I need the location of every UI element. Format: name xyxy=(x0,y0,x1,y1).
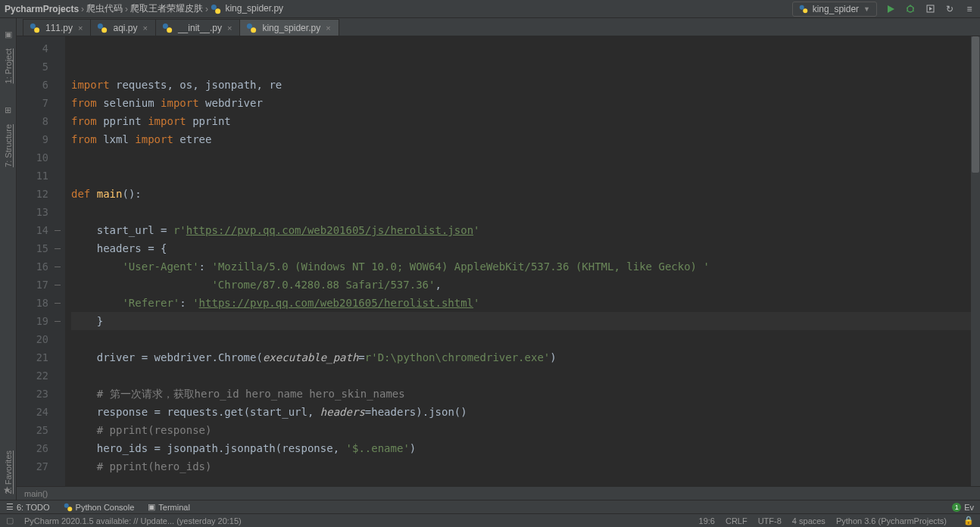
code-line[interactable]: hero_ids = jsonpath.jsonpath(response, '… xyxy=(71,439,980,457)
svg-point-15 xyxy=(98,23,103,28)
scrollbar-thumb[interactable] xyxy=(972,36,979,173)
line-number[interactable]: 18 xyxy=(17,294,48,312)
code-line[interactable]: # 第一次请求，获取hero_id hero_name hero_skin_na… xyxy=(71,385,980,403)
line-number[interactable]: 26 xyxy=(17,439,48,457)
close-tab-icon[interactable]: × xyxy=(324,23,332,33)
status-message[interactable]: PyCharm 2020.1.5 available: // Update...… xyxy=(24,516,242,525)
code-line[interactable]: response = requests.get(start_url, heade… xyxy=(71,403,980,421)
code-line[interactable] xyxy=(71,203,980,221)
line-number[interactable]: 6 xyxy=(17,76,48,94)
code-line[interactable]: 'User-Agent': 'Mozilla/5.0 (Windows NT 1… xyxy=(71,257,980,276)
code-line[interactable] xyxy=(71,167,980,185)
todo-tool-button[interactable]: ☰ 6: TODO xyxy=(6,502,50,512)
python-file-icon xyxy=(246,23,257,33)
debug-button[interactable] xyxy=(904,3,916,15)
code-line[interactable]: from selenium import webdriver xyxy=(71,94,980,112)
line-number[interactable]: 8 xyxy=(17,112,48,130)
code-line[interactable]: headers = { xyxy=(71,239,980,257)
line-number[interactable]: 24 xyxy=(17,403,48,421)
editor-tab-1[interactable]: aqi.py× xyxy=(90,19,155,36)
line-gutter[interactable]: 4567891011121314151617181920212223242526… xyxy=(17,36,65,486)
code-line[interactable] xyxy=(71,330,980,348)
line-number[interactable]: 19 xyxy=(17,312,48,330)
status-encoding[interactable]: UTF-8 xyxy=(758,516,782,525)
scrollbar-track[interactable] xyxy=(971,36,980,486)
python-icon xyxy=(64,503,73,512)
code-line[interactable]: import requests, os, jsonpath, re xyxy=(71,76,980,94)
line-number[interactable]: 20 xyxy=(17,330,48,348)
line-number[interactable]: 13 xyxy=(17,203,48,221)
project-tool-button[interactable]: 1: Project xyxy=(4,48,13,83)
crumb-root[interactable]: PycharmProjects xyxy=(5,4,79,14)
line-number[interactable]: 14 xyxy=(17,221,48,239)
code-line[interactable]: driver = webdriver.Chrome(executable_pat… xyxy=(71,348,980,366)
status-interpreter[interactable]: Python 3.6 (PycharmProjects) xyxy=(836,516,947,525)
event-badge: 1 xyxy=(952,503,961,512)
run-button[interactable] xyxy=(885,3,897,15)
python-console-button[interactable]: Python Console xyxy=(64,503,135,512)
code-editor[interactable]: 4567891011121314151617181920212223242526… xyxy=(17,36,980,486)
editor-tab-3[interactable]: king_spider.py× xyxy=(239,19,339,36)
status-caret-pos[interactable]: 19:6 xyxy=(699,516,715,525)
code-line[interactable] xyxy=(71,58,980,76)
status-line-sep[interactable]: CRLF xyxy=(726,516,747,525)
structure-tool-button[interactable]: 7: Structure xyxy=(4,124,13,167)
tool-windows-icon[interactable]: ▢ xyxy=(6,516,14,525)
close-tab-icon[interactable]: × xyxy=(142,23,149,33)
line-number[interactable]: 21 xyxy=(17,348,48,366)
terminal-tool-button[interactable]: ▣ Terminal xyxy=(148,502,190,512)
line-number[interactable]: 23 xyxy=(17,385,48,403)
menu-button[interactable]: ≡ xyxy=(963,3,975,15)
crumb-file[interactable]: king_spider.py xyxy=(211,3,283,14)
lock-icon[interactable]: 🔒 xyxy=(963,516,974,525)
crumb-2[interactable]: 爬取王者荣耀皮肤 xyxy=(130,2,203,15)
line-number[interactable]: 22 xyxy=(17,366,48,385)
editor-breadcrumb-fn: main() xyxy=(24,489,48,498)
structure-tool-icon[interactable]: ⊞ xyxy=(3,104,14,115)
run-with-coverage-button[interactable] xyxy=(924,3,936,15)
chevron-right-icon: › xyxy=(125,4,128,14)
code-line[interactable]: start_url = r'https://pvp.qq.com/web2016… xyxy=(71,221,980,239)
code-line[interactable] xyxy=(71,148,980,167)
code-line[interactable]: def main(): xyxy=(71,185,980,203)
line-number[interactable]: 16 xyxy=(17,257,48,276)
status-indent[interactable]: 4 spaces xyxy=(792,516,826,525)
breadcrumbs: PycharmProjects › 爬虫代码 › 爬取王者荣耀皮肤 › king… xyxy=(5,2,283,15)
line-number[interactable]: 15 xyxy=(17,239,48,257)
code-line[interactable] xyxy=(71,39,980,58)
line-number[interactable]: 25 xyxy=(17,421,48,439)
close-tab-icon[interactable]: × xyxy=(76,23,84,33)
svg-point-19 xyxy=(247,23,252,28)
code-line[interactable]: 'Chrome/87.0.4280.88 Safari/537.36', xyxy=(71,276,980,294)
code-line[interactable]: # pprint(hero_ids) xyxy=(71,457,980,476)
close-tab-icon[interactable]: × xyxy=(226,23,233,33)
line-number[interactable]: 11 xyxy=(17,167,48,185)
line-number[interactable]: 12 xyxy=(17,185,48,203)
code-line[interactable]: from pprint import pprint xyxy=(71,112,980,130)
event-log-button[interactable]: 1 Ev xyxy=(952,503,974,512)
line-number[interactable]: 9 xyxy=(17,130,48,148)
run-config-selector[interactable]: king_spider ▼ xyxy=(792,2,877,17)
python-icon xyxy=(799,5,808,14)
line-number[interactable]: 17 xyxy=(17,276,48,294)
refresh-button[interactable]: ↻ xyxy=(944,3,956,15)
star-icon[interactable]: ★ xyxy=(3,485,11,495)
code-content[interactable]: import requests, os, jsonpath, refrom se… xyxy=(65,36,980,486)
line-number[interactable]: 10 xyxy=(17,148,48,167)
line-number[interactable]: 27 xyxy=(17,457,48,476)
editor-tab-2[interactable]: __init__.py× xyxy=(155,19,240,36)
editor-area: 4567891011121314151617181920212223242526… xyxy=(17,36,980,500)
code-line[interactable]: from lxml import etree xyxy=(71,130,980,148)
line-number[interactable]: 5 xyxy=(17,58,48,76)
line-number[interactable]: 7 xyxy=(17,94,48,112)
code-line[interactable]: # pprint(response) xyxy=(71,421,980,439)
code-line[interactable]: } xyxy=(71,312,980,330)
line-number[interactable]: 4 xyxy=(17,39,48,58)
code-line[interactable]: 'Referer': 'https://pvp.qq.com/web201605… xyxy=(71,294,980,312)
tab-label: __init__.py xyxy=(178,23,222,33)
crumb-1[interactable]: 爬虫代码 xyxy=(86,2,123,15)
editor-tab-0[interactable]: 111.py× xyxy=(23,19,91,36)
project-tool-icon[interactable]: ▣ xyxy=(3,29,14,39)
code-line[interactable] xyxy=(71,366,980,385)
editor-breadcrumb[interactable]: main() xyxy=(17,486,980,500)
